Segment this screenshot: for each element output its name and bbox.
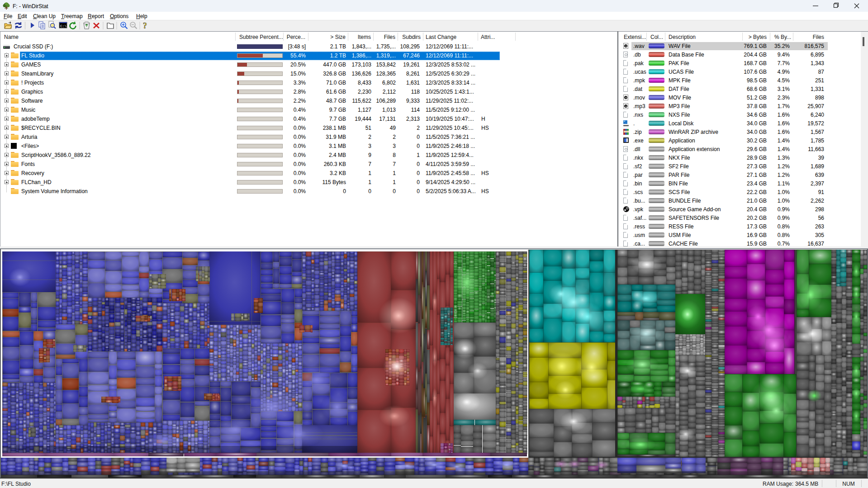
svg-text:?: ? — [143, 21, 147, 30]
svg-text:C:\: C:\ — [60, 24, 67, 28]
